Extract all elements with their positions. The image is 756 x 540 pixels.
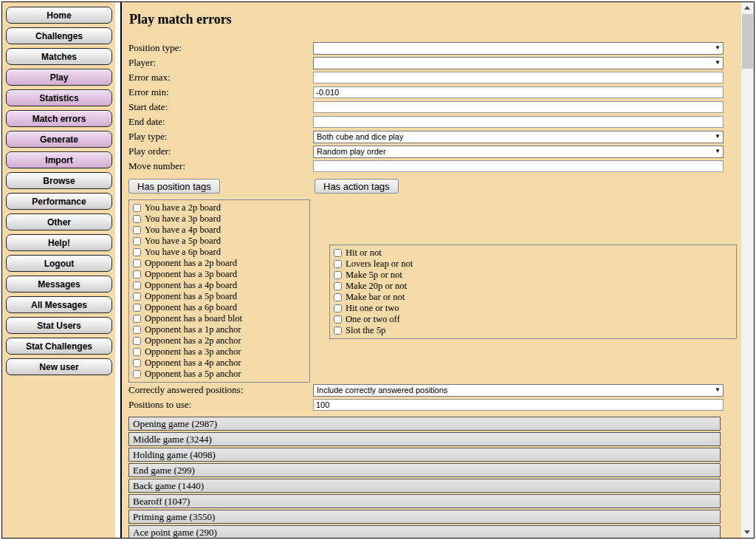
play-order-select[interactable]: Random play order ▼	[313, 146, 724, 158]
tag-checkbox-row[interactable]: Hit one or two	[333, 303, 733, 314]
tag-checkbox-row[interactable]: Opponent has a 3p board	[132, 269, 306, 280]
sidebar-item-matches[interactable]: Matches	[6, 48, 112, 65]
category-button[interactable]: Opening game (2987)	[128, 417, 721, 431]
sidebar-item-play[interactable]: Play	[6, 69, 112, 86]
end-date-input[interactable]	[313, 116, 724, 128]
tag-checkbox-row[interactable]: Lovers leap or not	[333, 259, 733, 270]
tag-checkbox[interactable]	[133, 348, 141, 356]
correctly-answered-select-value: Include correctly answered positions	[317, 386, 447, 394]
tag-checkbox[interactable]	[133, 226, 141, 234]
sidebar-item-help[interactable]: Help!	[6, 234, 112, 251]
sidebar-item-stat-challenges[interactable]: Stat Challenges	[6, 338, 112, 355]
position-type-select[interactable]: ▼	[313, 42, 724, 55]
sidebar-item-challenges[interactable]: Challenges	[6, 27, 112, 44]
positions-to-use-input[interactable]	[313, 399, 724, 411]
tag-checkbox[interactable]	[133, 248, 141, 256]
tag-checkbox-row[interactable]: Opponent has a board blot	[132, 313, 306, 324]
tag-checkbox-label: Make bar or not	[346, 292, 405, 303]
category-button[interactable]: End game (299)	[128, 463, 721, 477]
tag-checkbox[interactable]	[133, 215, 141, 223]
tag-checkbox[interactable]	[133, 370, 141, 378]
category-button[interactable]: Back game (1440)	[128, 479, 721, 493]
sidebar-item-messages[interactable]: Messages	[6, 276, 112, 293]
sidebar-item-stat-users[interactable]: Stat Users	[6, 317, 112, 334]
category-button[interactable]: Priming game (3550)	[128, 510, 721, 524]
tag-checkbox[interactable]	[133, 204, 141, 212]
tag-checkbox[interactable]	[133, 359, 141, 367]
tag-checkbox-row[interactable]: Make bar or not	[333, 292, 733, 303]
tag-checkbox[interactable]	[334, 293, 342, 301]
tag-checkbox-row[interactable]: Opponent has a 2p anchor	[132, 335, 306, 346]
tag-checkbox[interactable]	[133, 237, 141, 245]
has-position-tags-button[interactable]: Has position tags	[128, 179, 220, 194]
category-list: Opening game (2987)Middle game (3244)Hol…	[128, 417, 737, 538]
scrollbar-thumb[interactable]	[742, 14, 753, 69]
sidebar-item-logout[interactable]: Logout	[6, 255, 112, 272]
player-select[interactable]: ▼	[313, 57, 724, 69]
tag-checkbox-row[interactable]: Make 20p or not	[333, 281, 733, 292]
has-action-tags-button[interactable]: Has action tags	[315, 179, 399, 194]
tag-checkbox[interactable]	[133, 326, 141, 334]
tag-checkbox-row[interactable]: Opponent has a 6p board	[132, 302, 306, 313]
tag-checkbox-row[interactable]: Hit or not	[333, 247, 733, 259]
sidebar-item-other[interactable]: Other	[6, 213, 112, 230]
tag-checkbox-row[interactable]: You have a 2p board	[132, 202, 306, 213]
tag-checkbox-row[interactable]: Opponent has a 1p anchor	[132, 324, 306, 335]
tag-checkbox-row[interactable]: Make 5p or not	[333, 270, 733, 281]
end-date-label: End date:	[128, 116, 313, 128]
tag-checkbox[interactable]	[334, 327, 342, 335]
sidebar-item-browse[interactable]: Browse	[6, 172, 112, 189]
sidebar-item-generate[interactable]: Generate	[6, 131, 112, 148]
tag-checkbox-row[interactable]: You have a 4p board	[132, 225, 306, 236]
sidebar-item-home[interactable]: Home	[6, 7, 112, 24]
category-button[interactable]: Ace point game (290)	[128, 525, 721, 538]
sidebar-item-match-errors[interactable]: Match errors	[6, 110, 112, 127]
form-row-move-number: Move number:	[128, 159, 737, 174]
tag-checkbox[interactable]	[334, 304, 342, 312]
tag-checkbox[interactable]	[133, 281, 141, 290]
category-button[interactable]: Bearoff (1047)	[128, 494, 721, 508]
tag-checkbox[interactable]	[133, 315, 141, 323]
tag-checkbox-row[interactable]: One or two off	[333, 314, 733, 325]
tag-checkbox-row[interactable]: Opponent has a 2p board	[132, 258, 306, 269]
tag-checkbox[interactable]	[133, 304, 141, 312]
tag-checkbox[interactable]	[334, 315, 342, 324]
tag-checkbox-label: Hit or not	[346, 247, 382, 259]
category-button[interactable]: Middle game (3244)	[128, 432, 721, 446]
tag-checkbox-row[interactable]: Opponent has a 5p board	[132, 291, 306, 302]
play-type-select[interactable]: Both cube and dice play ▼	[313, 131, 724, 143]
start-date-input[interactable]	[313, 101, 724, 113]
vertical-scrollbar[interactable]	[741, 2, 754, 538]
tag-checkbox-row[interactable]: You have a 3p board	[132, 213, 306, 225]
tag-checkbox[interactable]	[133, 259, 141, 267]
error-max-input[interactable]	[313, 72, 724, 83]
scrollbar-track[interactable]	[741, 14, 754, 526]
tag-checkbox[interactable]	[334, 282, 342, 290]
tag-checkbox[interactable]	[133, 293, 141, 301]
sidebar-item-performance[interactable]: Performance	[6, 193, 112, 210]
tag-checkbox[interactable]	[133, 337, 141, 345]
tag-checkbox[interactable]	[334, 249, 342, 257]
sidebar-item-statistics[interactable]: Statistics	[6, 89, 112, 106]
scroll-up-button[interactable]	[741, 2, 754, 14]
tag-checkbox[interactable]	[133, 270, 141, 278]
correctly-answered-select[interactable]: Include correctly answered positions ▼	[313, 384, 724, 397]
scroll-down-button[interactable]	[741, 526, 754, 538]
sidebar-item-import[interactable]: Import	[6, 151, 112, 168]
sidebar-item-new-user[interactable]: New user	[6, 358, 112, 375]
tag-checkbox-row[interactable]: You have a 5p board	[132, 236, 306, 247]
category-button[interactable]: Holding game (4098)	[128, 448, 721, 462]
frame-divider	[115, 2, 120, 538]
tag-checkbox-row[interactable]: You have a 6p board	[132, 247, 306, 258]
tag-checkbox-row[interactable]: Opponent has a 4p anchor	[132, 358, 306, 369]
move-number-input[interactable]	[313, 160, 724, 172]
tag-checkbox-row[interactable]: Opponent has a 3p anchor	[132, 346, 306, 358]
error-min-input[interactable]	[313, 86, 724, 98]
tag-checkbox[interactable]	[334, 271, 342, 279]
correctly-answered-label: Correctly answered positions:	[128, 384, 313, 396]
tag-checkbox-row[interactable]: Slot the 5p	[333, 325, 733, 336]
sidebar-item-all-messages[interactable]: All Messages	[6, 296, 112, 313]
tag-checkbox-row[interactable]: Opponent has a 4p board	[132, 280, 306, 291]
tag-checkbox[interactable]	[334, 260, 342, 268]
tag-checkbox-row[interactable]: Opponent has a 5p anchor	[132, 369, 306, 380]
